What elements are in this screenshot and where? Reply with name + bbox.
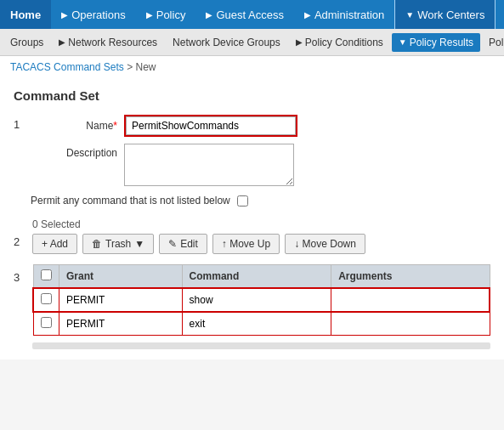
nav-administration[interactable]: ▶ Administration: [294, 0, 394, 29]
add-button[interactable]: + Add: [32, 234, 77, 254]
second-nav-pc-arrow: ▶: [296, 37, 303, 47]
breadcrumb-parent[interactable]: TACACS Command Sets: [10, 61, 124, 73]
col-arguments: Arguments: [331, 265, 490, 289]
nav-operations-label: Operations: [71, 8, 126, 21]
col-checkbox: [33, 265, 59, 289]
col-grant: Grant: [59, 265, 183, 289]
edit-label: Edit: [180, 238, 198, 250]
nav-policy-label: Policy: [156, 8, 186, 21]
nav-admin-arrow: ▶: [304, 10, 311, 20]
nav-wc-label: Work Centers: [417, 8, 484, 21]
description-label: Description: [32, 144, 117, 159]
permit-checkbox[interactable]: [237, 195, 248, 207]
edit-icon: ✎: [168, 238, 177, 250]
nav-guest-access[interactable]: ▶ Guest Access: [195, 0, 293, 29]
second-nav-pr-arrow: ▼: [399, 37, 407, 47]
breadcrumb-separator: >: [127, 61, 135, 73]
nav-admin-label: Administration: [314, 8, 384, 21]
row2-checkbox[interactable]: [41, 317, 52, 328]
nav-home[interactable]: Home: [0, 0, 51, 29]
second-nav-policy-sets[interactable]: Policy Sets: [482, 33, 504, 52]
nav-wc-arrow: ▼: [405, 10, 414, 20]
row1-checkbox-cell: [33, 288, 59, 312]
second-nav-ndg-label: Network Device Groups: [173, 37, 280, 48]
move-down-button[interactable]: ↓ Move Down: [285, 234, 365, 254]
name-required: *: [113, 120, 117, 132]
second-nav-ps-label: Policy Sets: [489, 37, 504, 48]
toolbar: + Add 🗑 🗑 Trash Trash ▼ ✎ Edit ↑ Move Up…: [32, 234, 490, 254]
select-all-checkbox[interactable]: [41, 269, 52, 280]
row1-grant: PERMIT: [59, 288, 183, 312]
breadcrumb-current: New: [136, 61, 156, 73]
second-nav-policy-conditions[interactable]: ▶ Policy Conditions: [289, 33, 390, 52]
trash-text: Trash: [105, 238, 131, 250]
second-nav-nr-arrow: ▶: [59, 37, 65, 47]
name-input-wrapper: [124, 115, 297, 137]
step3-number: 3: [14, 261, 32, 284]
second-nav-groups[interactable]: Groups: [3, 33, 50, 52]
description-input[interactable]: [124, 144, 294, 186]
row2-grant: PERMIT: [59, 312, 183, 336]
second-nav-pc-label: Policy Conditions: [305, 37, 383, 48]
trash-dropdown-arrow: ▼: [134, 238, 144, 250]
trash-button[interactable]: 🗑 🗑 Trash Trash ▼: [82, 234, 154, 254]
name-input[interactable]: [126, 116, 296, 135]
row2-checkbox-cell: [33, 312, 59, 336]
second-nav-policy-results[interactable]: ▼ Policy Results: [392, 33, 480, 52]
step1-number: 1: [14, 115, 32, 131]
name-label: Name*: [32, 120, 117, 132]
nav-home-label: Home: [10, 8, 41, 21]
main-content: Command Set 1 Name* Description Permit a…: [0, 78, 504, 359]
scroll-bar[interactable]: [32, 342, 490, 349]
row2-arguments: [331, 312, 490, 336]
nav-work-centers[interactable]: ▼ Work Centers: [394, 0, 496, 29]
permit-label: Permit any command that is not listed be…: [31, 195, 230, 207]
table-row: PERMIT show: [33, 288, 490, 312]
page-title: Command Set: [14, 88, 490, 103]
nav-guest-arrow: ▶: [206, 10, 212, 20]
second-nav-network-resources[interactable]: ▶ Network Resources: [52, 33, 164, 52]
step2-number: 2: [14, 218, 32, 248]
row1-command: show: [182, 288, 331, 312]
selected-count: 0 Selected: [32, 218, 490, 230]
table-row: PERMIT exit: [33, 312, 490, 336]
row1-checkbox[interactable]: [41, 293, 52, 304]
move-up-button[interactable]: ↑ Move Up: [212, 234, 280, 254]
second-nav: Groups ▶ Network Resources Network Devic…: [0, 29, 504, 56]
permit-row: Permit any command that is not listed be…: [14, 195, 490, 207]
edit-button[interactable]: ✎ Edit: [159, 234, 207, 254]
col-command: Command: [182, 265, 331, 289]
trash-icon: 🗑: [92, 238, 102, 250]
nav-policy[interactable]: ▶ Policy: [136, 0, 196, 29]
second-nav-nr-label: Network Resources: [68, 37, 157, 48]
second-nav-network-device-groups[interactable]: Network Device Groups: [166, 33, 287, 52]
nav-guest-label: Guest Access: [216, 8, 283, 21]
row1-arguments: [331, 288, 490, 312]
nav-policy-arrow: ▶: [146, 10, 153, 20]
command-table: Grant Command Arguments PERMIT show: [32, 264, 490, 336]
nav-operations[interactable]: ▶ Operations: [51, 0, 136, 29]
nav-operations-arrow: ▶: [61, 10, 68, 20]
row2-command: exit: [182, 312, 331, 336]
top-nav: Home ▶ Operations ▶ Policy ▶ Guest Acces…: [0, 0, 504, 29]
second-nav-pr-label: Policy Results: [410, 37, 473, 48]
second-nav-groups-label: Groups: [10, 37, 43, 48]
breadcrumb: TACACS Command Sets > New: [0, 56, 504, 78]
